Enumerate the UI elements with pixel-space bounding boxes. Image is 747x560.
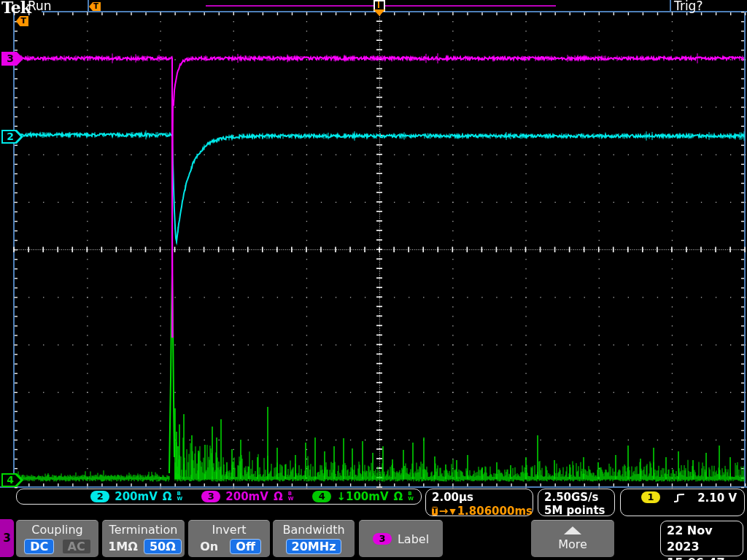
termination-1m-option[interactable]: 1MΩ xyxy=(105,540,141,553)
ch3-scale: 200mV xyxy=(225,490,268,503)
ch4-readout: 4 ↓100mV Ω BW xyxy=(312,490,414,503)
datetime-box: 22 Nov 2023 15:06:47 xyxy=(660,521,743,556)
acquisition-status: Run xyxy=(28,0,52,13)
ch2-bandwidth-icon: BW xyxy=(177,491,183,502)
ch4-badge: 4 xyxy=(312,491,331,502)
termination-50-option[interactable]: 50Ω xyxy=(144,539,182,554)
expansion-point-arrow-icon xyxy=(374,9,385,16)
trigger-delay: T→▼1.806000ms xyxy=(432,505,533,518)
trigger-source-badge: 1 xyxy=(641,491,660,503)
trigger-status: Trig? xyxy=(674,0,703,13)
trigger-level-value: 2.10 V xyxy=(697,491,737,505)
ch4-bandwidth-icon: BW xyxy=(408,491,414,502)
rising-edge-icon xyxy=(673,492,685,504)
tek-logo: Tek xyxy=(1,0,31,17)
ch4-impedance: Ω xyxy=(394,490,403,503)
channel-3-marker[interactable]: 3 xyxy=(1,52,23,66)
sample-rate: 2.50GS/s xyxy=(544,491,614,504)
invert-button[interactable]: Invert On Off xyxy=(188,520,270,557)
ch2-readout: 2 200mV Ω BW xyxy=(90,490,182,503)
record-bar-right-cap xyxy=(670,0,671,12)
bandwidth-20mhz-option[interactable]: 20MHz xyxy=(286,539,342,554)
timebase: 2.00µs xyxy=(432,491,533,504)
ch3-bandwidth-icon: BW xyxy=(288,491,294,502)
ch2-scale: 200mV xyxy=(115,490,158,503)
trigger-readout[interactable]: 1 2.10 V xyxy=(620,489,745,516)
bandwidth-button[interactable]: Bandwidth 20MHz xyxy=(273,520,355,557)
horizontal-readout[interactable]: 2.00µs T→▼1.806000ms xyxy=(425,489,533,516)
record-bar-left-cap xyxy=(88,0,89,12)
ch3-badge: 3 xyxy=(201,491,220,502)
channel-4-marker[interactable]: 4 xyxy=(1,473,23,487)
menu-channel-tab: 3 xyxy=(0,519,14,557)
date: 22 Nov 2023 xyxy=(667,523,743,555)
label-channel-badge: 3 xyxy=(373,533,392,545)
waveform-display xyxy=(0,0,747,560)
oscilloscope-screen: Tek Run Trig? T T 3 2 4 2 200mV Ω BW 3 xyxy=(0,0,747,560)
ch3-impedance: Ω xyxy=(274,490,283,503)
invert-on-option[interactable]: On xyxy=(197,540,221,553)
channel-readouts[interactable]: 2 200mV Ω BW 3 200mV Ω BW 4 ↓100mV Ω BW xyxy=(16,489,422,505)
ch4-scale: ↓100mV xyxy=(336,490,388,503)
record-length: 5M points xyxy=(544,504,614,517)
invert-off-option[interactable]: Off xyxy=(230,539,261,554)
coupling-dc-option[interactable]: DC xyxy=(24,539,54,554)
ch2-impedance: Ω xyxy=(163,490,172,503)
time: 15:06:47 xyxy=(667,555,743,560)
acquisition-readout[interactable]: 2.50GS/s 5M points xyxy=(538,489,615,516)
ch2-badge: 2 xyxy=(90,491,109,502)
termination-button[interactable]: Termination 1MΩ 50Ω xyxy=(102,520,185,557)
ch3-readout: 3 200mV Ω BW xyxy=(201,490,293,503)
label-button[interactable]: 3 Label xyxy=(359,520,443,557)
coupling-ac-option[interactable]: AC xyxy=(63,540,90,553)
coupling-button[interactable]: Coupling DC AC xyxy=(16,520,98,557)
up-triangle-icon xyxy=(564,526,581,534)
more-button[interactable]: More xyxy=(531,520,614,557)
trigger-t-icon: T xyxy=(432,507,438,516)
channel-2-marker[interactable]: 2 xyxy=(1,130,23,144)
